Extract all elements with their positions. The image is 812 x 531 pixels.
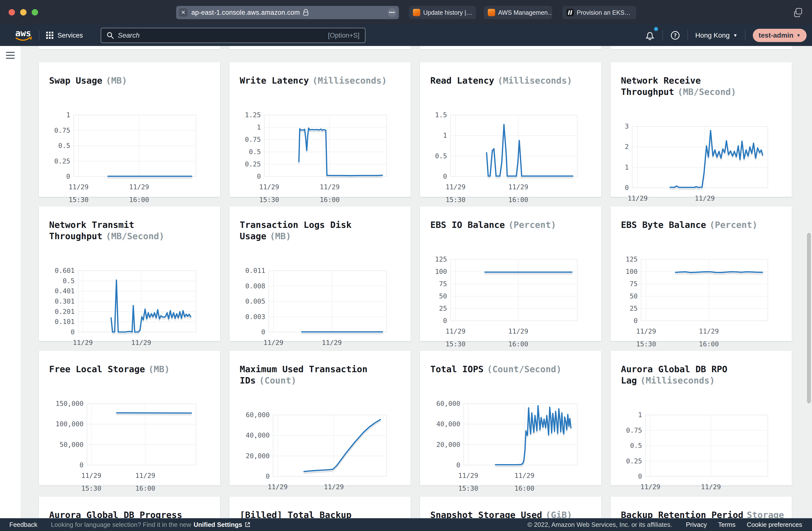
svg-text:0.5: 0.5 [435, 152, 447, 160]
svg-text:125: 125 [626, 256, 638, 263]
close-window-button[interactable] [9, 9, 15, 15]
metric-card-partial-top[interactable] [229, 46, 411, 50]
metric-card[interactable]: Aurora Global DB RPO Lag(Milliseconds)10… [611, 351, 792, 486]
site-settings-icon[interactable]: ••• [388, 8, 396, 17]
metric-card[interactable]: Read Latency(Milliseconds)1.510.5011/291… [420, 62, 601, 197]
metric-card-title: Free Local Storage(MB) [49, 364, 213, 375]
metric-card[interactable]: Network Receive Throughput(MB/Second)321… [611, 62, 792, 197]
svg-text:11/29: 11/29 [701, 483, 721, 491]
browser-tab-aws-management[interactable]: AWS Managemen… [484, 6, 552, 19]
svg-text:100: 100 [435, 268, 447, 275]
svg-text:1.5: 1.5 [435, 112, 447, 119]
svg-text:16:00: 16:00 [135, 485, 155, 492]
metric-chart: 0.0110.0080.0050.003011/2915:3011/2916:0… [229, 268, 411, 361]
svg-text:11/29: 11/29 [135, 472, 155, 479]
copyright-text: © 2022, Amazon Web Services, Inc. or its… [527, 521, 672, 529]
metric-card[interactable]: EBS Byte Balance(Percent)125100755025011… [611, 207, 792, 341]
left-navigation-rail [0, 46, 21, 518]
terms-link[interactable]: Terms [718, 521, 736, 529]
aws-favicon [413, 9, 420, 16]
services-menu-button[interactable]: Services [46, 31, 83, 40]
metric-chart: 321011/2915:3011/2916:00 [611, 123, 792, 217]
svg-text:11/29: 11/29 [268, 483, 288, 491]
metric-title: EBS IO Balance [430, 220, 505, 230]
metric-card-partial-top[interactable] [420, 46, 601, 50]
aws-logo[interactable]: aws [14, 28, 34, 43]
cookie-preferences-link[interactable]: Cookie preferences [747, 521, 802, 529]
chevron-down-icon: ▼ [796, 33, 801, 38]
metric-title: Total IOPS [430, 364, 483, 374]
svg-text:0.5: 0.5 [63, 277, 75, 285]
svg-text:11/29: 11/29 [69, 183, 88, 191]
metric-card[interactable]: Free Local Storage(MB)150,000100,00050,0… [39, 351, 220, 486]
svg-text:0: 0 [625, 184, 629, 192]
svg-text:11/29: 11/29 [636, 327, 656, 335]
minimize-window-button[interactable] [20, 9, 27, 15]
metric-card[interactable]: Swap Usage(MB)10.750.50.25011/2915:3011/… [39, 62, 220, 197]
region-selector[interactable]: Hong Kong ▼ [688, 31, 745, 39]
url-text: ap-east-1.console.aws.amazon.com [191, 9, 300, 16]
svg-text:11/29: 11/29 [129, 183, 149, 191]
svg-text:0: 0 [266, 473, 270, 480]
metric-card-partial-top[interactable] [39, 46, 220, 50]
metric-card[interactable]: Write Latency(Milliseconds)1.2510.750.50… [229, 62, 411, 197]
svg-text:16:00: 16:00 [699, 340, 719, 348]
metric-card-title: Maximum Used Transaction IDs(Count) [240, 364, 403, 386]
metric-unit: (Milliseconds) [313, 75, 387, 86]
menu-button[interactable] [6, 52, 15, 59]
address-bar[interactable]: ✕ ap-east-1.console.aws.amazon.com ••• [176, 6, 399, 19]
svg-text:125: 125 [435, 256, 447, 263]
unified-settings-link[interactable]: Unified Settings [193, 521, 242, 529]
svg-text:11/29: 11/29 [508, 327, 528, 335]
close-icon[interactable]: ✕ [179, 8, 187, 17]
external-link-icon [245, 522, 250, 528]
metric-card[interactable]: Network Transmit Throughput(MB/Second)0.… [39, 207, 220, 341]
browser-tab-update-history[interactable]: Update history |… [409, 6, 476, 19]
maximize-window-button[interactable] [32, 9, 38, 15]
account-label: test-admin [759, 31, 794, 39]
metric-card-title: Write Latency(Milliseconds) [240, 75, 403, 86]
console-footer: Feedback Looking for language selection?… [0, 518, 812, 531]
svg-text:0.601: 0.601 [55, 268, 75, 274]
svg-text:50,000: 50,000 [59, 441, 84, 448]
feedback-link[interactable]: Feedback [9, 521, 37, 529]
browser-chrome: ✕ ap-east-1.console.aws.amazon.com ••• U… [0, 0, 812, 25]
svg-text:11/29: 11/29 [259, 183, 279, 191]
metric-unit: (Percent) [710, 220, 757, 230]
account-menu[interactable]: test-admin ▼ [753, 29, 807, 42]
metric-card[interactable]: Total IOPS(Count/Second)60,00040,00020,0… [420, 351, 601, 486]
svg-text:15:30: 15:30 [69, 196, 88, 204]
svg-text:40,000: 40,000 [436, 420, 460, 428]
tab-overview-icon[interactable] [793, 8, 803, 17]
help-button[interactable]: ? [663, 30, 687, 40]
metric-chart: 10.750.50.25011/2915:3011/2916:00 [39, 112, 220, 206]
svg-text:0.401: 0.401 [55, 287, 75, 295]
hashicorp-favicon [566, 9, 574, 16]
svg-text:0.5: 0.5 [249, 148, 261, 156]
svg-text:0.005: 0.005 [245, 297, 265, 305]
window-controls[interactable] [9, 9, 38, 15]
metric-title: Swap Usage [49, 75, 102, 86]
metric-card[interactable]: EBS IO Balance(Percent)125100755025011/2… [420, 207, 601, 341]
metric-chart: 125100755025011/2915:3011/2916:00 [611, 256, 792, 350]
metric-card[interactable]: Transaction Logs Disk Usage(MB)0.0110.00… [229, 207, 411, 341]
metric-unit: (MB) [148, 364, 170, 374]
svg-text:100,000: 100,000 [56, 420, 84, 428]
metric-card-title: Aurora Global DB RPO Lag(Milliseconds) [621, 364, 784, 386]
svg-text:0.75: 0.75 [245, 136, 261, 143]
notifications-button[interactable] [637, 30, 663, 41]
metric-unit: (MB) [106, 75, 127, 86]
svg-text:15:30: 15:30 [81, 485, 101, 492]
metric-chart: 1.510.5011/2915:3011/2916:00 [420, 112, 601, 206]
metric-chart: 125100755025011/2915:3011/2916:00 [420, 256, 601, 350]
svg-text:1: 1 [66, 112, 70, 119]
browser-tab-provision-eks[interactable]: Provision an EKS… [563, 6, 636, 19]
svg-text:0.201: 0.201 [55, 308, 75, 316]
svg-text:0.008: 0.008 [245, 282, 265, 290]
scrollbar-thumb[interactable] [807, 233, 811, 403]
privacy-link[interactable]: Privacy [686, 521, 707, 529]
metric-card[interactable]: Maximum Used Transaction IDs(Count)60,00… [229, 351, 411, 486]
search-input[interactable] [117, 31, 328, 40]
metric-card-partial-top[interactable] [611, 46, 792, 50]
console-search[interactable]: [Option+S] [101, 28, 365, 43]
